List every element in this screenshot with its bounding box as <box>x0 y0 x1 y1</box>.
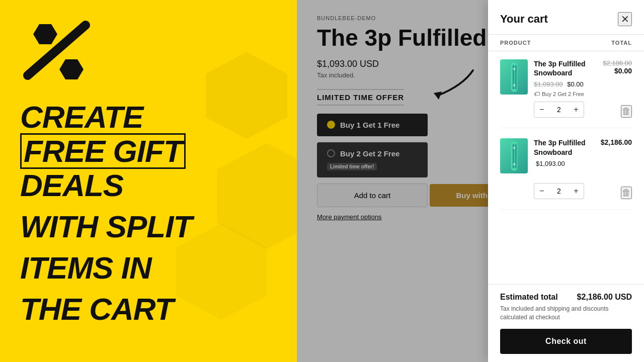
cart-tax-note: Tax included and shipping and discounts … <box>500 305 632 322</box>
item2-total: $2,186.00 <box>597 138 632 146</box>
cart-item-2: The 3p Fulfilled Snowboard $1,093.00 − 2… <box>500 138 632 209</box>
svg-marker-2 <box>176 223 267 320</box>
svg-point-10 <box>513 84 515 86</box>
browser-area: BUNDLEBEE-DEMO The 3p Fulfilled Snowboar… <box>297 0 644 362</box>
item1-name: The 3p Fulfilled Snowboard <box>534 59 591 77</box>
estimated-value: $2,186.00 USD <box>577 293 632 302</box>
item1-qty-increase[interactable]: + <box>569 102 584 117</box>
left-panel: CREATE FREE GIFT DEALS WITH SPLIT ITEMS … <box>0 0 302 362</box>
item1-total: $2,186.00 $0.00 <box>597 59 632 75</box>
item2-qty-control: − 2 + <box>534 183 584 199</box>
item2-delete-button[interactable]: 🗑 <box>621 187 632 199</box>
item2-qty-decrease[interactable]: − <box>534 184 549 199</box>
item2-qty-increase[interactable]: + <box>569 184 584 199</box>
item2-image <box>500 138 528 173</box>
item1-total-original: $2,186.00 <box>597 59 632 67</box>
estimated-total-row: Estimated total $2,186.00 USD <box>500 293 632 302</box>
checkout-button[interactable]: Check out <box>500 329 632 354</box>
item1-delete-button[interactable]: 🗑 <box>621 105 632 118</box>
svg-marker-3 <box>33 24 57 44</box>
item1-price-sale: $0.00 <box>567 80 584 88</box>
svg-point-14 <box>513 147 515 149</box>
item1-total-sale: $0.00 <box>597 67 632 75</box>
svg-marker-0 <box>206 52 287 139</box>
item2-name: The 3p Fulfilled Snowboard <box>534 138 591 156</box>
item2-qty: 2 <box>549 187 569 195</box>
item2-total-price: $2,186.00 <box>597 138 632 146</box>
svg-point-15 <box>513 163 515 165</box>
item2-total-area: $2,186.00 🗑 <box>597 138 632 199</box>
item1-controls: − 2 + <box>534 102 591 118</box>
cart-column-headers: PRODUCT TOTAL <box>488 35 644 51</box>
item1-price-original: $1,093.00 <box>534 80 563 88</box>
hex-bg-1 <box>201 50 292 141</box>
svg-point-9 <box>513 67 515 70</box>
cart-title: Your cart <box>500 13 548 26</box>
tag-icon: 🏷 <box>534 90 540 98</box>
item2-details: The 3p Fulfilled Snowboard $1,093.00 − 2… <box>534 138 591 199</box>
cart-item-1: The 3p Fulfilled Snowboard $1,093.00 $0.… <box>500 59 632 128</box>
cart-modal: Your cart ✕ PRODUCT TOTAL <box>488 0 644 362</box>
item1-tag-text: Buy 2 Get 2 Free <box>542 91 584 97</box>
estimated-label: Estimated total <box>500 293 558 302</box>
item1-image <box>500 59 528 95</box>
item1-qty-decrease[interactable]: − <box>534 102 549 117</box>
item1-qty: 2 <box>549 106 569 114</box>
close-cart-button[interactable]: ✕ <box>618 12 632 26</box>
item1-details: The 3p Fulfilled Snowboard $1,093.00 $0.… <box>534 59 591 118</box>
col-product: PRODUCT <box>500 40 531 46</box>
col-total: TOTAL <box>611 40 632 46</box>
cart-header: Your cart ✕ <box>488 0 644 35</box>
item1-tag: 🏷 Buy 2 Get 2 Free <box>534 90 591 98</box>
svg-marker-5 <box>59 59 84 79</box>
hex-bg-3 <box>171 221 272 322</box>
cart-items-list: The 3p Fulfilled Snowboard $1,093.00 $0.… <box>488 51 644 284</box>
item2-controls: − 2 + <box>534 183 591 199</box>
line1: CREATE <box>20 100 143 134</box>
item1-total-area: $2,186.00 $0.00 🗑 <box>597 59 632 118</box>
line2: FREE GIFT <box>20 133 186 169</box>
cart-footer: Estimated total $2,186.00 USD Tax includ… <box>488 284 644 362</box>
item2-price: $1,093.00 <box>536 160 565 167</box>
item1-qty-control: − 2 + <box>534 102 584 118</box>
